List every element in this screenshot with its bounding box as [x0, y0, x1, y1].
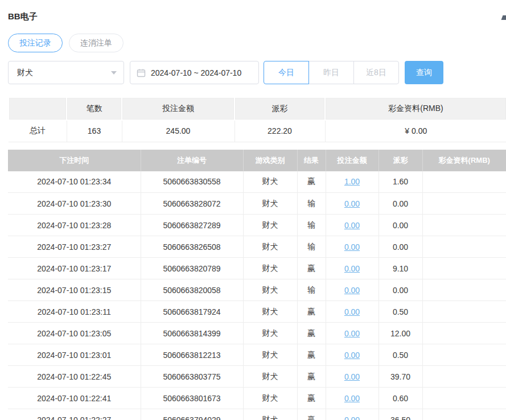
bet-time: 2024-07-10 01:23:27	[8, 236, 141, 258]
bet-amount-cell: 0.00	[326, 301, 379, 323]
order-number: 5060663801673	[141, 388, 243, 409]
table-header-cell: 派彩	[379, 150, 422, 171]
bet-time: 2024-07-10 01:23:34	[8, 171, 141, 193]
bet-amount-link[interactable]: 0.00	[344, 372, 360, 381]
tab-bet-records[interactable]: 投注记录	[8, 34, 63, 52]
game-type: 财犬	[243, 366, 297, 388]
bet-amount-link[interactable]: 0.00	[344, 351, 360, 360]
payout: 9.10	[379, 258, 422, 279]
order-number: 5060663817924	[141, 301, 243, 323]
bet-time: 2024-07-10 01:23:17	[8, 258, 141, 279]
order-number: 5060663814399	[141, 323, 243, 344]
bet-amount-link[interactable]: 1.00	[344, 177, 360, 186]
payout: 36.50	[379, 409, 422, 420]
result: 输	[297, 279, 326, 301]
search-button[interactable]: 查询	[405, 61, 443, 84]
game-select[interactable]: 财犬	[8, 61, 124, 84]
bet-amount-link[interactable]: 0.00	[344, 394, 360, 403]
date-range-value: 2024-07-10 ~ 2024-07-10	[151, 68, 241, 77]
table-row: 2024-07-10 01:23:34 5060663830558 财犬 赢 1…	[8, 171, 506, 193]
result: 赢	[297, 388, 326, 409]
table-header-cell: 注单编号	[141, 150, 243, 171]
order-number: 5060663820789	[141, 258, 243, 279]
filter-bar: 财犬 2024-07-10 ~ 2024-07-10 今日 昨日 近8日 查询	[8, 61, 506, 84]
summary-count: 163	[67, 120, 122, 142]
bet-amount-link[interactable]: 0.00	[344, 242, 360, 252]
table-row: 2024-07-10 01:22:45 5060663803775 财犬 赢 0…	[8, 366, 506, 388]
bet-time: 2024-07-10 01:23:30	[8, 193, 141, 215]
table-row: 2024-07-10 01:23:28 5060663827289 财犬 输 0…	[8, 215, 506, 236]
bet-amount-link[interactable]: 0.00	[344, 415, 360, 420]
bonus	[422, 193, 506, 215]
bet-time: 2024-07-10 01:23:01	[8, 344, 141, 366]
bet-amount-cell: 0.00	[326, 193, 379, 215]
bet-amount-link[interactable]: 0.00	[344, 307, 360, 316]
order-number: 5060663830558	[141, 171, 243, 193]
summary-bonus: ¥ 0.00	[325, 120, 506, 142]
order-number: 5060663803775	[141, 366, 243, 388]
game-type: 财犬	[243, 323, 297, 344]
game-type: 财犬	[243, 301, 297, 323]
yesterday-button[interactable]: 昨日	[308, 61, 354, 84]
summary-bet-amount: 245.00	[122, 120, 235, 142]
bet-amount-link[interactable]: 0.00	[344, 264, 360, 273]
summary-total-row: 总计 163 245.00 222.20 ¥ 0.00	[9, 120, 506, 142]
bet-records-table: 下注时间注单编号游戏类别结果投注金额派彩彩金资料(RMB) 2024-07-10…	[8, 150, 506, 420]
game-type: 财犬	[243, 344, 297, 366]
bet-amount-link[interactable]: 0.00	[344, 329, 360, 338]
order-number: 5060663826508	[141, 236, 243, 258]
game-type: 财犬	[243, 215, 297, 236]
bet-amount-cell: 0.00	[326, 236, 379, 258]
order-number: 5060663827289	[141, 215, 243, 236]
table-row: 2024-07-10 01:23:11 5060663817924 财犬 赢 0…	[8, 301, 506, 323]
table-row: 2024-07-10 01:23:27 5060663826508 财犬 输 0…	[8, 236, 506, 258]
bet-amount-cell: 0.00	[326, 258, 379, 279]
summary-header-cell: 笔数	[67, 97, 122, 120]
table-header-cell: 投注金额	[326, 150, 379, 171]
page-title: BB电子	[0, 0, 506, 22]
result: 输	[297, 193, 326, 215]
bet-time: 2024-07-10 01:22:41	[8, 388, 141, 409]
order-number: 5060663828072	[141, 193, 243, 215]
result: 赢	[297, 171, 326, 193]
bonus	[422, 258, 506, 279]
tab-cancelled-bets[interactable]: 连消注单	[69, 34, 124, 52]
date-range-picker[interactable]: 2024-07-10 ~ 2024-07-10	[130, 61, 259, 84]
clipped-corner-icon	[501, 15, 506, 20]
summary-header-cell: 派彩	[235, 97, 325, 120]
table-header-cell: 结果	[297, 150, 326, 171]
bonus	[422, 171, 506, 193]
bet-time: 2024-07-10 01:22:27	[8, 409, 141, 420]
table-row: 2024-07-10 01:23:15 5060663820058 财犬 输 0…	[8, 279, 506, 301]
game-type: 财犬	[243, 279, 297, 301]
result: 赢	[297, 344, 326, 366]
bet-amount-link[interactable]: 0.00	[344, 286, 360, 295]
game-type: 财犬	[243, 193, 297, 215]
bet-amount-link[interactable]: 0.00	[344, 199, 360, 208]
order-number: 5060663794029	[141, 409, 243, 420]
game-type: 财犬	[243, 171, 297, 193]
summary-header-cell: 投注金额	[122, 97, 235, 120]
table-header-row: 下注时间注单编号游戏类别结果投注金额派彩彩金资料(RMB)	[8, 150, 506, 171]
summary-header-row: 笔数投注金额派彩彩金资料(RMB)	[9, 97, 506, 120]
table-row: 2024-07-10 01:23:01 5060663812213 财犬 赢 0…	[8, 344, 506, 366]
table-header-cell: 游戏类别	[243, 150, 297, 171]
payout: 0.00	[379, 193, 422, 215]
bet-time: 2024-07-10 01:23:28	[8, 215, 141, 236]
bet-amount-cell: 0.00	[326, 344, 379, 366]
today-button[interactable]: 今日	[264, 61, 309, 84]
result: 赢	[297, 323, 326, 344]
bet-amount-link[interactable]: 0.00	[344, 221, 360, 230]
bet-amount-cell: 0.00	[326, 323, 379, 344]
payout: 1.60	[379, 171, 422, 193]
result: 赢	[297, 301, 326, 323]
bonus	[422, 409, 506, 420]
bet-amount-cell: 0.00	[326, 409, 379, 420]
game-select-value: 财犬	[17, 68, 33, 78]
last-8-days-button[interactable]: 近8日	[353, 61, 399, 84]
summary-total-label: 总计	[9, 120, 67, 142]
payout: 0.50	[379, 301, 422, 323]
game-type: 财犬	[243, 409, 297, 420]
quick-range-group: 今日 昨日 近8日	[264, 61, 399, 84]
game-type: 财犬	[243, 236, 297, 258]
